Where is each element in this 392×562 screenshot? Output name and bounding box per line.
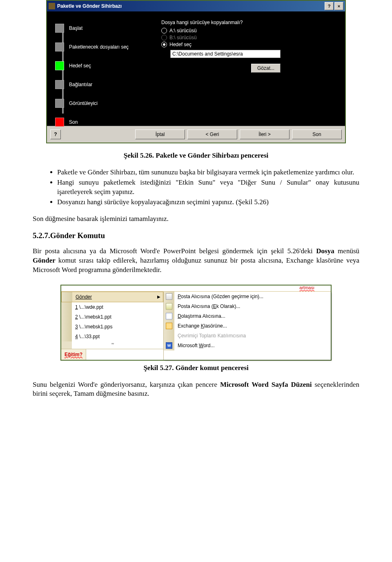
chevron-down-icon: ˅˅ (111, 343, 114, 347)
step-select-files: Paketlenecek dosyaları seç (55, 42, 153, 51)
radio-drive-a[interactable]: A:\ sürücüsü (161, 28, 337, 33)
submenu-item-label: Çevrimiçi Toplantı Katılımcısına (178, 333, 246, 339)
doc-fragment-text: artması (299, 285, 314, 290)
submenu-item-exchange[interactable]: Exchange Klasörüne... (164, 321, 331, 331)
step-end: Son (55, 118, 153, 127)
text-run: komut sırası takip edilerek, hazırlamış … (33, 256, 359, 274)
submenu-item-ms-word[interactable]: Microsoft Word... (164, 341, 331, 350)
mail-attachment-icon (164, 301, 174, 311)
submenu-item-label: Dolaştırma Alıcısına... (178, 313, 225, 319)
text-bold: Dosya (316, 247, 334, 255)
file-menu: Gönder ▶ 1 \...\wde.ppt 2 \...\mebsk1.pp… (61, 292, 164, 360)
menu-item-recent-2[interactable]: 2 \...\mebsk1.ppt (61, 312, 163, 322)
step-box-icon (55, 42, 64, 51)
section-heading-527: 5.2.7.Gönder Komutu (33, 231, 359, 240)
exchange-folder-icon (164, 321, 174, 331)
submenu-arrow-icon: ▶ (157, 294, 160, 299)
wizard-app-icon (49, 3, 55, 9)
menu-gutter-icon (62, 292, 72, 302)
menu-item-recent-4[interactable]: 4 \...\33.ppt (61, 332, 163, 341)
step-target: Hedef seç (55, 61, 153, 70)
paragraph: Son düğmesine basarak işleminizi tamamla… (33, 214, 359, 224)
menu-top-strip: artması (61, 285, 331, 292)
step-box-icon (55, 80, 64, 89)
gonder-submenu: Posta Alıcısına (Gözden geçirme için)...… (164, 292, 331, 360)
figure-caption-526: Şekil 5.26. Paketle ve Gönder Sihirbazı … (33, 152, 359, 160)
word-icon (164, 341, 174, 350)
radio-label: B:\ sürücüsü (169, 35, 197, 40)
menu-gutter-icon (61, 322, 72, 332)
doc-fragment-text: Eğitim? (61, 352, 86, 357)
bullet-item: Dosyanızı hangi sürücüye kopyalayacağını… (57, 198, 359, 207)
text-run: menüsü (334, 247, 359, 255)
submenu-item-label: Posta Alıcısına (Ek Olarak)... (178, 303, 240, 309)
menu-item-label: 2 \...\mebsk1.ppt (75, 314, 111, 320)
radio-choose-target[interactable]: Hedef seç (161, 42, 337, 47)
meeting-icon (164, 331, 174, 341)
step-label: Bağlantılar (69, 82, 92, 87)
wizard-footer: ? İptal < Geri İleri > Son (47, 126, 345, 143)
menu-gutter-icon (61, 332, 72, 341)
submenu-item-mail-attachment[interactable]: Posta Alıcısına (Ek Olarak)... (164, 301, 331, 311)
menu-item-gonder[interactable]: Gönder ▶ (61, 292, 163, 302)
wizard-steps-panel: Başlat Paketlenecek dosyaları seç Hedef … (47, 11, 157, 126)
radio-label: A:\ sürücüsü (169, 28, 197, 33)
titlebar-help-button[interactable]: ? (325, 2, 334, 10)
bullet-item: Hangi sunuyu paketlemek istediğinizi "Et… (57, 178, 359, 197)
step-label: Paketlenecek dosyaları seç (69, 44, 129, 50)
submenu-item-routing[interactable]: Dolaştırma Alıcısına... (164, 311, 331, 321)
routing-icon (164, 311, 174, 321)
finish-button[interactable]: Son (292, 129, 342, 139)
radio-label: Hedef seç (169, 42, 192, 47)
bullet-item: Paketle ve Gönder Sihirbazı, tüm sununuz… (57, 168, 359, 177)
figure-caption-527: Şekil 5.27. Gönder komut penceresi (33, 364, 359, 372)
target-path-input[interactable] (170, 50, 281, 58)
back-button[interactable]: < Geri (187, 129, 237, 139)
mail-icon (164, 292, 174, 301)
step-box-icon (55, 24, 64, 33)
cancel-button[interactable]: İptal (135, 129, 185, 139)
step-label: Görüntüleyici (69, 100, 98, 106)
radio-icon (161, 28, 167, 33)
titlebar-close-button[interactable]: × (334, 2, 343, 10)
step-label: Son (69, 119, 78, 125)
step-label: Hedef seç (69, 63, 91, 69)
menu-item-label: Gönder (76, 294, 92, 300)
submenu-item-label: Exchange Klasörüne... (178, 323, 227, 329)
menu-expand-chevron[interactable]: ˅˅ (61, 341, 163, 349)
step-links: Bağlantılar (55, 80, 153, 89)
submenu-item-online-meeting: Çevrimiçi Toplantı Katılımcısına (164, 331, 331, 341)
menu-item-label: 3 \...\mebsk1.pps (75, 324, 112, 330)
menu-screenshot: artması Gönder ▶ 1 \...\wde.ppt 2 \ (60, 285, 332, 361)
text-run: Sunu belgenizi Word'e gönderiyorsanız, k… (33, 381, 220, 388)
wizard-question: Dosya hangi sürücüye kopyalanmalı? (161, 20, 337, 25)
paragraph: Bir posta alıcısına ya da Microsoft Word… (33, 247, 359, 275)
menu-gutter-icon (61, 302, 72, 312)
paragraph: Sunu belgenizi Word'e gönderiyorsanız, k… (33, 380, 359, 399)
wizard-titlebar[interactable]: Paketle ve Gönder Sihirbazı ? × (47, 1, 345, 11)
step-label: Başlat (69, 25, 82, 31)
radio-checked-icon (161, 42, 167, 47)
step-box-active-icon (55, 61, 64, 70)
radio-icon (161, 35, 167, 40)
text-run: Bir posta alıcısına ya da Microsoft Word… (33, 247, 316, 255)
submenu-item-mail-review[interactable]: Posta Alıcısına (Gözden geçirme için)... (164, 292, 331, 301)
submenu-item-label: Microsoft Word... (178, 343, 214, 348)
bullet-list: Paketle ve Gönder Sihirbazı, tüm sununuz… (33, 168, 359, 207)
menu-item-recent-1[interactable]: 1 \...\wde.ppt (61, 302, 163, 312)
menu-item-label: 4 \...\33.ppt (75, 334, 100, 339)
menu-bottom-strip: Eğitim? (61, 349, 163, 360)
footer-help-button[interactable]: ? (50, 129, 61, 139)
text-bold: Microsoft Word Sayfa Düzeni (220, 381, 312, 388)
menu-item-recent-3[interactable]: 3 \...\mebsk1.pps (61, 322, 163, 332)
next-button[interactable]: İleri > (240, 129, 290, 139)
step-box-end-icon (55, 118, 64, 127)
wizard-window: Paketle ve Gönder Sihirbazı ? × Başlat P… (46, 0, 346, 143)
step-viewer: Görüntüleyici (55, 99, 153, 108)
wizard-content-panel: Dosya hangi sürücüye kopyalanmalı? A:\ s… (157, 11, 345, 126)
radio-drive-b: B:\ sürücüsü (161, 35, 337, 40)
text-bold: Gönder (33, 256, 56, 264)
browse-button[interactable]: Gözat... (251, 64, 281, 73)
submenu-item-label: Posta Alıcısına (Gözden geçirme için)... (178, 294, 263, 299)
step-start: Başlat (55, 24, 153, 33)
